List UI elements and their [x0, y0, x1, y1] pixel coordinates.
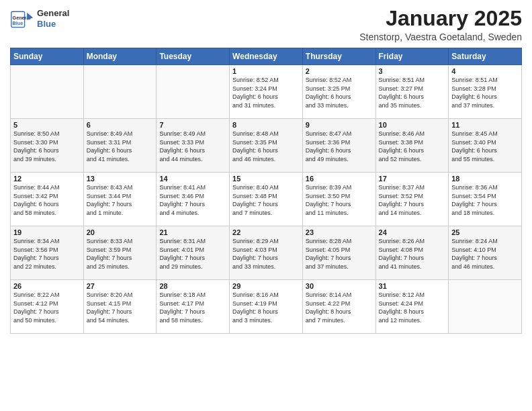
day-number: 3: [379, 67, 446, 75]
calendar-cell: 28Sunrise: 8:18 AM Sunset: 4:17 PM Dayli…: [157, 280, 230, 334]
day-number: 16: [306, 175, 373, 183]
calendar-cell: 6Sunrise: 8:49 AM Sunset: 3:31 PM Daylig…: [83, 119, 157, 173]
calendar-cell: [11, 65, 84, 119]
calendar-cell: 25Sunrise: 8:24 AM Sunset: 4:10 PM Dayli…: [449, 226, 522, 280]
day-number: 12: [13, 175, 81, 183]
calendar-cell: 19Sunrise: 8:34 AM Sunset: 3:56 PM Dayli…: [11, 226, 84, 280]
calendar-cell: 12Sunrise: 8:44 AM Sunset: 3:42 PM Dayli…: [11, 173, 84, 226]
week-row-4: 26Sunrise: 8:22 AM Sunset: 4:12 PM Dayli…: [11, 280, 522, 334]
day-info: Sunrise: 8:33 AM Sunset: 3:59 PM Dayligh…: [87, 237, 154, 271]
day-header-tuesday: Tuesday: [157, 48, 230, 65]
calendar-header-row: SundayMondayTuesdayWednesdayThursdayFrid…: [11, 48, 522, 65]
day-info: Sunrise: 8:52 AM Sunset: 3:25 PM Dayligh…: [306, 76, 373, 109]
calendar-cell: 16Sunrise: 8:39 AM Sunset: 3:50 PM Dayli…: [302, 173, 375, 226]
day-number: 5: [13, 121, 81, 129]
day-number: 21: [159, 228, 226, 236]
calendar-cell: 20Sunrise: 8:33 AM Sunset: 3:59 PM Dayli…: [83, 226, 157, 280]
calendar-cell: 24Sunrise: 8:26 AM Sunset: 4:08 PM Dayli…: [375, 226, 449, 280]
day-number: 4: [451, 67, 519, 75]
day-number: 30: [306, 282, 373, 290]
day-info: Sunrise: 8:48 AM Sunset: 3:35 PM Dayligh…: [232, 130, 300, 163]
day-info: Sunrise: 8:51 AM Sunset: 3:27 PM Dayligh…: [379, 76, 446, 109]
day-info: Sunrise: 8:34 AM Sunset: 3:56 PM Dayligh…: [13, 237, 81, 271]
day-number: 1: [232, 67, 300, 75]
day-number: 28: [159, 282, 226, 290]
logo-icon: General Blue: [10, 7, 34, 31]
day-number: 24: [379, 228, 446, 236]
calendar-cell: 27Sunrise: 8:20 AM Sunset: 4:15 PM Dayli…: [83, 280, 157, 334]
calendar-cell: 18Sunrise: 8:36 AM Sunset: 3:54 PM Dayli…: [449, 173, 522, 226]
day-info: Sunrise: 8:28 AM Sunset: 4:05 PM Dayligh…: [306, 237, 373, 271]
calendar-cell: 13Sunrise: 8:43 AM Sunset: 3:44 PM Dayli…: [83, 173, 157, 226]
calendar-cell: 23Sunrise: 8:28 AM Sunset: 4:05 PM Dayli…: [302, 226, 375, 280]
day-info: Sunrise: 8:12 AM Sunset: 4:24 PM Dayligh…: [379, 291, 446, 324]
day-number: 19: [13, 228, 81, 236]
day-info: Sunrise: 8:40 AM Sunset: 3:48 PM Dayligh…: [232, 183, 300, 217]
calendar-cell: 3Sunrise: 8:51 AM Sunset: 3:27 PM Daylig…: [375, 65, 449, 119]
day-number: 23: [306, 228, 373, 236]
calendar-cell: 5Sunrise: 8:50 AM Sunset: 3:30 PM Daylig…: [11, 119, 84, 173]
page: General Blue General Blue January 2025 S…: [0, 0, 532, 411]
calendar-cell: [449, 280, 522, 334]
day-info: Sunrise: 8:49 AM Sunset: 3:31 PM Dayligh…: [87, 130, 154, 163]
calendar-cell: [157, 65, 230, 119]
day-number: 2: [306, 67, 373, 75]
week-row-0: 1Sunrise: 8:52 AM Sunset: 3:24 PM Daylig…: [11, 65, 522, 119]
logo-line1: General: [37, 8, 69, 19]
day-info: Sunrise: 8:47 AM Sunset: 3:36 PM Dayligh…: [306, 130, 373, 163]
day-number: 10: [379, 121, 446, 129]
calendar: SundayMondayTuesdayWednesdayThursdayFrid…: [10, 48, 522, 334]
day-header-wednesday: Wednesday: [230, 48, 303, 65]
day-header-sunday: Sunday: [11, 48, 84, 65]
calendar-cell: [83, 65, 157, 119]
logo-line2: Blue: [37, 19, 69, 30]
day-info: Sunrise: 8:46 AM Sunset: 3:38 PM Dayligh…: [379, 130, 446, 163]
day-info: Sunrise: 8:43 AM Sunset: 3:44 PM Dayligh…: [87, 183, 154, 217]
week-row-2: 12Sunrise: 8:44 AM Sunset: 3:42 PM Dayli…: [11, 173, 522, 226]
day-number: 27: [87, 282, 154, 290]
calendar-cell: 29Sunrise: 8:16 AM Sunset: 4:19 PM Dayli…: [230, 280, 303, 334]
day-number: 22: [232, 228, 300, 236]
day-header-saturday: Saturday: [449, 48, 522, 65]
day-number: 11: [451, 121, 519, 129]
day-number: 25: [451, 228, 519, 236]
calendar-cell: 31Sunrise: 8:12 AM Sunset: 4:24 PM Dayli…: [375, 280, 449, 334]
svg-text:Blue: Blue: [13, 20, 24, 26]
day-number: 13: [87, 175, 154, 183]
day-info: Sunrise: 8:50 AM Sunset: 3:30 PM Dayligh…: [13, 130, 81, 163]
calendar-cell: 14Sunrise: 8:41 AM Sunset: 3:46 PM Dayli…: [157, 173, 230, 226]
day-info: Sunrise: 8:51 AM Sunset: 3:28 PM Dayligh…: [451, 76, 519, 109]
day-info: Sunrise: 8:18 AM Sunset: 4:17 PM Dayligh…: [159, 291, 226, 324]
calendar-cell: 15Sunrise: 8:40 AM Sunset: 3:48 PM Dayli…: [230, 173, 303, 226]
day-info: Sunrise: 8:31 AM Sunset: 4:01 PM Dayligh…: [159, 237, 226, 271]
day-info: Sunrise: 8:22 AM Sunset: 4:12 PM Dayligh…: [13, 291, 81, 324]
day-number: 7: [159, 121, 226, 129]
day-number: 9: [306, 121, 373, 129]
logo: General Blue General Blue: [10, 7, 69, 31]
calendar-cell: 9Sunrise: 8:47 AM Sunset: 3:36 PM Daylig…: [302, 119, 375, 173]
calendar-cell: 26Sunrise: 8:22 AM Sunset: 4:12 PM Dayli…: [11, 280, 84, 334]
calendar-cell: 2Sunrise: 8:52 AM Sunset: 3:25 PM Daylig…: [302, 65, 375, 119]
day-number: 6: [87, 121, 154, 129]
day-number: 31: [379, 282, 446, 290]
calendar-cell: 21Sunrise: 8:31 AM Sunset: 4:01 PM Dayli…: [157, 226, 230, 280]
day-number: 17: [379, 175, 446, 183]
day-number: 18: [451, 175, 519, 183]
day-header-friday: Friday: [375, 48, 449, 65]
day-info: Sunrise: 8:45 AM Sunset: 3:40 PM Dayligh…: [451, 130, 519, 163]
calendar-cell: 17Sunrise: 8:37 AM Sunset: 3:52 PM Dayli…: [375, 173, 449, 226]
day-info: Sunrise: 8:49 AM Sunset: 3:33 PM Dayligh…: [159, 130, 226, 163]
day-header-monday: Monday: [83, 48, 157, 65]
calendar-cell: 1Sunrise: 8:52 AM Sunset: 3:24 PM Daylig…: [230, 65, 303, 119]
day-number: 14: [159, 175, 226, 183]
day-info: Sunrise: 8:14 AM Sunset: 4:22 PM Dayligh…: [306, 291, 373, 324]
calendar-cell: 11Sunrise: 8:45 AM Sunset: 3:40 PM Dayli…: [449, 119, 522, 173]
day-info: Sunrise: 8:16 AM Sunset: 4:19 PM Dayligh…: [232, 291, 300, 324]
main-title: January 2025: [359, 7, 522, 30]
day-number: 8: [232, 121, 300, 129]
day-info: Sunrise: 8:36 AM Sunset: 3:54 PM Dayligh…: [451, 183, 519, 217]
calendar-cell: 30Sunrise: 8:14 AM Sunset: 4:22 PM Dayli…: [302, 280, 375, 334]
day-info: Sunrise: 8:52 AM Sunset: 3:24 PM Dayligh…: [232, 76, 300, 109]
calendar-cell: 22Sunrise: 8:29 AM Sunset: 4:03 PM Dayli…: [230, 226, 303, 280]
day-number: 20: [87, 228, 154, 236]
